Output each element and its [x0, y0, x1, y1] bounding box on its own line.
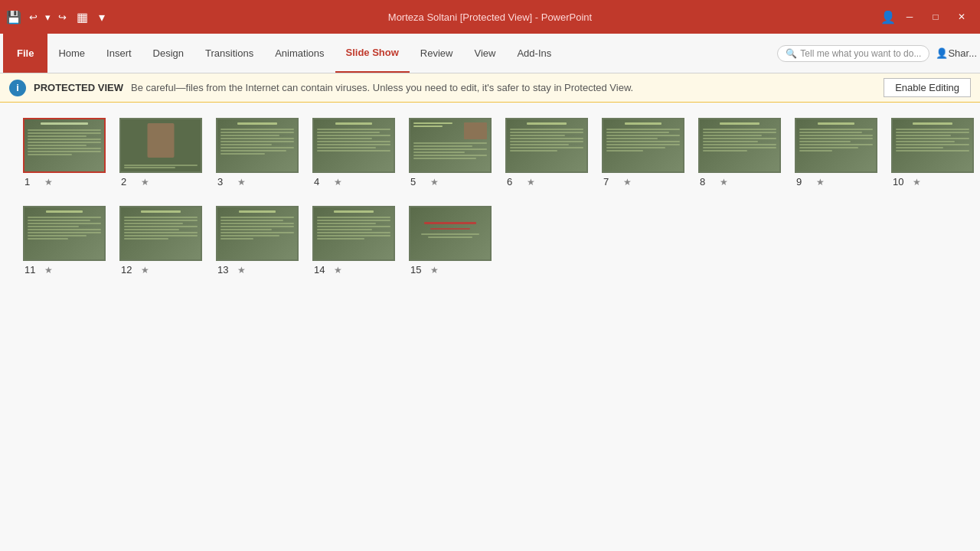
- slide-content-7: [603, 119, 683, 171]
- share-button[interactable]: 👤 Shar...: [936, 47, 977, 59]
- slide-item-12[interactable]: 12 ★: [119, 206, 202, 276]
- undo-button[interactable]: ↩: [26, 10, 41, 24]
- protected-view-message: Be careful—files from the Internet can c…: [131, 82, 633, 93]
- tab-addins[interactable]: Add-Ins: [506, 34, 562, 73]
- undo-redo-group: ↩ ▾ ↪: [26, 10, 70, 24]
- slide-number-12: 12: [121, 264, 136, 276]
- slide-number-9: 9: [796, 176, 812, 187]
- tab-insert[interactable]: Insert: [96, 34, 142, 73]
- slide-star-13[interactable]: ★: [237, 265, 246, 276]
- slide-content-5: [410, 119, 490, 171]
- slide-star-2[interactable]: ★: [141, 177, 149, 187]
- tab-file[interactable]: File: [3, 34, 47, 73]
- slide-item-2[interactable]: 2 ★: [119, 118, 202, 187]
- tab-view[interactable]: View: [463, 34, 506, 73]
- redo-button[interactable]: ↪: [55, 10, 70, 24]
- slide-thumb-1[interactable]: [23, 118, 106, 173]
- slide-thumb-15[interactable]: [409, 206, 492, 261]
- slide-footer-12: 12 ★: [119, 264, 149, 276]
- slide-item-8[interactable]: 8 ★: [698, 118, 781, 187]
- slide-star-6[interactable]: ★: [527, 177, 535, 187]
- maximize-button[interactable]: □: [923, 6, 948, 28]
- protected-view-icon: i: [9, 80, 26, 96]
- account-icon[interactable]: 👤: [880, 9, 896, 24]
- slide-content-11: [24, 207, 104, 259]
- slide-content-13: [217, 207, 297, 259]
- slide-thumb-10[interactable]: [891, 118, 974, 173]
- title-bar-left: 💾 ↩ ▾ ↪ ▦ ▾: [6, 9, 109, 24]
- slide-star-8[interactable]: ★: [720, 177, 728, 187]
- slide-thumb-6[interactable]: [505, 118, 588, 173]
- slide-number-5: 5: [410, 176, 426, 187]
- slide-thumb-8[interactable]: [698, 118, 781, 173]
- tab-home[interactable]: Home: [47, 34, 96, 73]
- slide-number-3: 3: [217, 176, 233, 187]
- slide-star-9[interactable]: ★: [816, 177, 825, 187]
- save-icon[interactable]: 💾: [6, 9, 21, 24]
- slide-star-3[interactable]: ★: [237, 177, 246, 187]
- slide-number-13: 13: [217, 264, 233, 276]
- undo-dropdown[interactable]: ▾: [42, 10, 54, 24]
- slide-item-14[interactable]: 14 ★: [312, 206, 395, 276]
- tab-slideshow[interactable]: Slide Show: [335, 34, 410, 73]
- slide-item-9[interactable]: 9 ★: [795, 118, 877, 187]
- slide-content-1: [24, 119, 104, 171]
- slide-footer-14: 14 ★: [312, 264, 342, 276]
- slide-content-10: [893, 119, 972, 171]
- slide-star-10[interactable]: ★: [913, 177, 921, 187]
- slide-content-2: [121, 119, 201, 171]
- minimize-button[interactable]: ─: [897, 6, 922, 28]
- slide-content-14: [314, 207, 394, 259]
- warrior-image: [148, 123, 175, 158]
- slide-item-11[interactable]: 11 ★: [23, 206, 106, 276]
- slide-thumb-4[interactable]: [312, 118, 395, 173]
- slide-star-15[interactable]: ★: [430, 265, 439, 276]
- slide-footer-15: 15 ★: [409, 264, 439, 276]
- slide-item-10[interactable]: 10 ★: [891, 118, 974, 187]
- slide-item-15[interactable]: 15 ★: [409, 206, 492, 276]
- slide-thumb-5[interactable]: [409, 118, 492, 173]
- close-button[interactable]: ✕: [949, 6, 974, 28]
- slide-thumb-2[interactable]: [119, 118, 202, 173]
- slide-thumb-7[interactable]: [602, 118, 684, 173]
- enable-editing-button[interactable]: Enable Editing: [884, 78, 971, 97]
- slide-content-9: [796, 119, 876, 171]
- slide-thumb-12[interactable]: [119, 206, 202, 261]
- slide-thumb-14[interactable]: [312, 206, 395, 261]
- slide-item-13[interactable]: 13 ★: [216, 206, 299, 276]
- slide-item-1[interactable]: 1 ★: [23, 118, 106, 187]
- slide-row-2: 11 ★: [23, 206, 957, 276]
- slide-star-11[interactable]: ★: [44, 265, 53, 276]
- slide-star-4[interactable]: ★: [334, 177, 342, 187]
- tab-design[interactable]: Design: [142, 34, 194, 73]
- slide-star-12[interactable]: ★: [141, 265, 149, 276]
- window-controls: 👤 ─ □ ✕: [880, 6, 974, 28]
- slide-star-1[interactable]: ★: [44, 177, 53, 187]
- slide-footer-2: 2 ★: [119, 176, 149, 187]
- tab-transitions[interactable]: Transitions: [194, 34, 264, 73]
- slide-star-5[interactable]: ★: [430, 177, 439, 187]
- slide-item-5[interactable]: 5 ★: [409, 118, 492, 187]
- slide-star-7[interactable]: ★: [623, 177, 632, 187]
- slide-number-2: 2: [121, 176, 136, 187]
- share-icon: 👤: [936, 47, 948, 59]
- slide-item-6[interactable]: 6 ★: [505, 118, 588, 187]
- slide-footer-11: 11 ★: [23, 264, 53, 276]
- slide-content-6: [507, 119, 586, 171]
- slide-star-14[interactable]: ★: [334, 265, 342, 276]
- slide-thumb-11[interactable]: [23, 206, 106, 261]
- search-icon: 🔍: [786, 48, 797, 59]
- slide-item-7[interactable]: 7 ★: [602, 118, 684, 187]
- slide-thumb-9[interactable]: [795, 118, 877, 173]
- present-icon[interactable]: ▦: [74, 9, 90, 24]
- slide-item-3[interactable]: 3 ★: [216, 118, 299, 187]
- search-box[interactable]: 🔍 Tell me what you want to do...: [777, 45, 929, 62]
- tab-review[interactable]: Review: [410, 34, 464, 73]
- customize-icon[interactable]: ▾: [94, 9, 109, 24]
- slide-item-4[interactable]: 4 ★: [312, 118, 395, 187]
- slide-thumb-3[interactable]: [216, 118, 299, 173]
- slide-footer-8: 8 ★: [698, 176, 728, 187]
- slide-thumb-13[interactable]: [216, 206, 299, 261]
- slide-footer-6: 6 ★: [505, 176, 535, 187]
- tab-animations[interactable]: Animations: [264, 34, 335, 73]
